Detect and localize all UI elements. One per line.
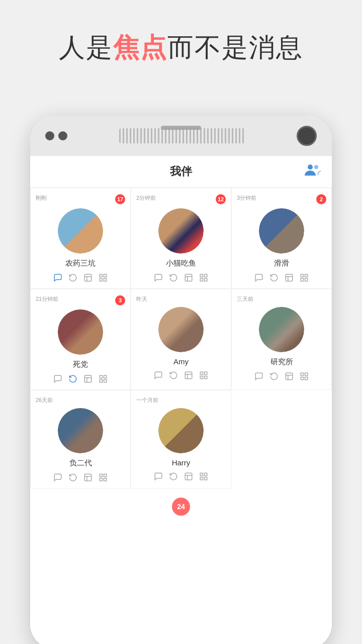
chat-icon-xiaomaochi[interactable]	[153, 272, 164, 283]
card-header-yanjiusuo: 三天前	[237, 295, 326, 303]
svg-rect-2	[84, 274, 92, 281]
svg-rect-40	[301, 373, 303, 375]
card-time-yanjiusuo: 三天前	[237, 295, 253, 303]
contact-name-sidang: 死党	[73, 360, 88, 369]
contact-card-sidang[interactable]: 21分钟前 3 死党	[30, 289, 131, 390]
svg-rect-35	[200, 376, 203, 379]
card-header-harry: 一个月前	[136, 396, 226, 404]
refresh-icon-xiaomaochi[interactable]	[168, 272, 179, 283]
refresh-icon-harry[interactable]	[168, 471, 179, 482]
contact-card-xiaomaochi[interactable]: 2分钟前 12 小猫吃鱼	[131, 188, 231, 289]
contact-card-harry[interactable]: 一个月前 Harry	[131, 390, 231, 489]
phone-screen: 我伴 刚刚 17 农药三坑	[30, 156, 332, 644]
refresh-icon-fuer[interactable]	[67, 472, 78, 483]
card-header-amy: 昨天	[136, 295, 226, 303]
action-icons-sidang	[52, 373, 109, 384]
contact-card-huahua[interactable]: 3分钟前 2 滑滑	[231, 188, 332, 289]
card-time-xiaomaochi: 2分钟前	[136, 194, 156, 202]
phone-frame: 我伴 刚刚 17 农药三坑	[30, 116, 332, 644]
grid-icon-amy[interactable]	[198, 370, 209, 381]
note-icon-fuer[interactable]	[82, 472, 94, 483]
note-icon-amy[interactable]	[183, 370, 194, 381]
note-icon-sidang[interactable]	[82, 373, 94, 384]
card-header-sidang: 21分钟前 3	[36, 295, 125, 305]
chat-icon-amy[interactable]	[153, 370, 164, 381]
refresh-icon-sidang[interactable]	[67, 373, 78, 384]
action-icons-yanjiusuo	[253, 371, 310, 382]
card-time-harry: 一个月前	[136, 396, 158, 404]
svg-rect-14	[200, 279, 203, 281]
svg-point-1	[314, 165, 318, 169]
contact-name-xiaomaochi: 小猫吃鱼	[166, 259, 196, 268]
avatar-fuer	[58, 408, 103, 453]
contact-card-amy[interactable]: 昨天 Amy	[131, 289, 231, 390]
phone-camera	[297, 126, 317, 146]
card-header-huahua: 3分钟前 2	[237, 194, 326, 204]
app-title: 我伴	[170, 164, 192, 179]
contact-name-yanjiusuo: 研究所	[270, 357, 293, 367]
phone-speaker-grid	[119, 128, 245, 143]
note-icon-yanjiusuo[interactable]	[284, 371, 295, 382]
headline-highlight: 焦点	[113, 33, 167, 62]
refresh-icon-nongsan[interactable]	[67, 272, 78, 283]
grid-icon-fuer[interactable]	[98, 472, 109, 483]
note-icon-huahua[interactable]	[284, 272, 295, 283]
avatar-sidang	[58, 309, 103, 355]
badge-nongsan: 17	[115, 194, 125, 204]
svg-rect-44	[84, 474, 92, 481]
svg-rect-41	[305, 373, 308, 375]
badge-sidang: 3	[115, 295, 125, 305]
contact-name-fuer: 负二代	[69, 458, 92, 468]
headline-prefix: 人是	[59, 33, 113, 62]
svg-rect-7	[100, 279, 102, 281]
svg-rect-33	[200, 372, 203, 374]
refresh-icon-huahua[interactable]	[268, 272, 280, 283]
svg-rect-12	[200, 274, 203, 277]
grid-icon-sidang[interactable]	[98, 373, 109, 384]
contact-card-yanjiusuo[interactable]: 三天前 研究所	[231, 289, 332, 390]
chat-icon-sidang[interactable]	[52, 373, 63, 384]
phone-dots	[45, 131, 67, 140]
note-icon-xiaomaochi[interactable]	[183, 272, 194, 283]
action-icons-harry	[153, 471, 209, 482]
svg-point-0	[308, 165, 313, 170]
grid-icon-huahua[interactable]	[299, 272, 310, 283]
chat-icon-yanjiusuo[interactable]	[253, 371, 264, 382]
refresh-icon-yanjiusuo[interactable]	[268, 371, 280, 382]
avatar-huahua	[259, 208, 304, 254]
grid-icon-harry[interactable]	[198, 471, 209, 482]
note-icon-nongsan[interactable]	[82, 272, 94, 283]
grid-icon-xiaomaochi[interactable]	[198, 272, 209, 283]
grid-icon-nongsan[interactable]	[98, 272, 109, 283]
svg-rect-51	[185, 473, 192, 480]
contact-card-nongsan[interactable]: 刚刚 17 农药三坑	[30, 188, 131, 289]
svg-rect-54	[200, 473, 203, 475]
phone-dot-1	[45, 131, 54, 140]
card-time-nongsan: 刚刚	[36, 194, 47, 202]
svg-rect-5	[100, 274, 102, 277]
bottom-notification-badge[interactable]: 24	[172, 498, 190, 516]
grid-icon-yanjiusuo[interactable]	[299, 371, 310, 382]
svg-rect-15	[205, 279, 207, 281]
chat-icon-harry[interactable]	[153, 471, 164, 482]
app-header: 我伴	[30, 156, 332, 188]
card-header-fuer: 26天前	[36, 396, 125, 404]
refresh-icon-amy[interactable]	[168, 370, 179, 381]
action-icons-xiaomaochi	[153, 272, 209, 283]
phone-top-bar	[30, 116, 332, 156]
contacts-grid: 刚刚 17 农药三坑 2分钟前 12 小猫吃鱼 3分钟前	[30, 188, 332, 489]
contacts-nav-icon[interactable]	[304, 162, 322, 182]
contact-name-harry: Harry	[172, 458, 191, 467]
card-time-sidang: 21分钟前	[36, 295, 58, 303]
contact-card-fuer[interactable]: 26天前 负二代	[30, 390, 131, 489]
chat-icon-fuer[interactable]	[52, 472, 63, 483]
svg-rect-21	[301, 279, 303, 281]
svg-rect-29	[104, 380, 107, 382]
avatar-xiaomaochi	[158, 208, 204, 254]
svg-rect-13	[205, 274, 207, 277]
svg-rect-42	[301, 377, 303, 380]
contact-name-amy: Amy	[173, 357, 189, 366]
chat-icon-nongsan[interactable]	[52, 272, 63, 283]
chat-icon-huahua[interactable]	[253, 272, 264, 283]
note-icon-harry[interactable]	[183, 471, 194, 482]
